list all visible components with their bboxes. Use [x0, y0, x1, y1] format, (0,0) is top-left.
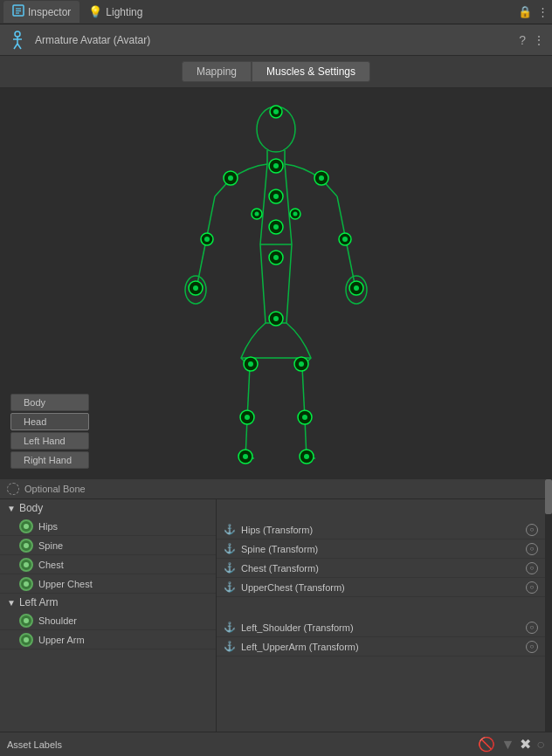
- svg-point-37: [193, 285, 198, 291]
- upper-arm-bone-icon: [19, 633, 33, 647]
- spine-bone-icon: [19, 539, 33, 553]
- svg-point-29: [228, 175, 233, 181]
- hips-bone-icon: [19, 519, 33, 533]
- upper-arm-bone-label: Upper Arm: [38, 635, 85, 645]
- footer-icons: 🚫 ▼ ✖ ○: [478, 736, 545, 753]
- spine-bone-row[interactable]: Spine: [0, 536, 216, 555]
- spine-bone-label: Spine: [38, 540, 63, 551]
- svg-point-53: [245, 415, 250, 420]
- svg-line-7: [14, 44, 17, 49]
- svg-point-57: [243, 454, 248, 459]
- scrollbar-track: [545, 499, 552, 754]
- inspector-icon: [12, 4, 24, 19]
- svg-line-8: [17, 44, 21, 49]
- bone-name-list: ▼ Body Hips Spine Chest Upper Ches: [0, 499, 217, 754]
- bone-list-panel: ▼ Body Hips Spine Chest Upper Ches: [0, 499, 552, 754]
- upper-arm-transform-btn[interactable]: [526, 641, 538, 653]
- tab-inspector[interactable]: Inspector: [3, 1, 79, 23]
- chest-bone-row[interactable]: Chest: [0, 555, 216, 574]
- chest-transform-btn[interactable]: [526, 562, 538, 574]
- svg-point-31: [319, 175, 324, 181]
- chest-transform-row: ⚓ Chest (Transform): [217, 559, 545, 578]
- svg-point-27: [273, 163, 279, 168]
- asset-labels-label: Asset Labels: [7, 739, 478, 750]
- upper-chest-bone-label: Upper Chest: [38, 579, 93, 589]
- head-button[interactable]: Head: [10, 413, 89, 430]
- svg-point-63: [293, 212, 298, 216]
- component-title: Armature Avatar (Avatar): [35, 34, 519, 46]
- svg-point-43: [273, 224, 279, 230]
- svg-point-55: [302, 415, 307, 420]
- body-header-spacer: [217, 499, 545, 520]
- body-button[interactable]: Body: [10, 394, 89, 411]
- body-buttons: Body Head Left Hand Right Hand: [10, 394, 89, 469]
- hips-transform-btn[interactable]: [526, 524, 538, 536]
- left-arm-section-label: Left Arm: [19, 596, 59, 608]
- asset-labels-footer: Asset Labels 🚫 ▼ ✖ ○: [0, 732, 552, 756]
- hips-transform-row: ⚓ Hips (Transform): [217, 520, 545, 540]
- svg-point-41: [273, 194, 279, 199]
- transform-list: ⚓ Hips (Transform) ⚓ Spine (Transform) ⚓…: [217, 499, 552, 754]
- shoulder-transform-row: ⚓ Left_Shoulder (Transform): [217, 618, 545, 637]
- shoulder-transform-icon: ⚓: [224, 622, 236, 633]
- left-arm-collapse-arrow: ▼: [7, 598, 16, 608]
- hips-bone-row[interactable]: Hips: [0, 517, 216, 536]
- more-options-icon[interactable]: ⋮: [537, 5, 549, 18]
- chest-bone-label: Chest: [38, 560, 64, 570]
- left-hand-button[interactable]: Left Hand: [10, 432, 89, 450]
- hips-transform-icon: ⚓: [224, 524, 236, 535]
- upper-arm-bone-row[interactable]: Upper Arm: [0, 630, 216, 649]
- svg-point-59: [304, 454, 309, 459]
- left-arm-section: ▼ Left Arm Shoulder Upper Arm: [0, 594, 216, 649]
- hips-transform-label: Hips (Transform): [241, 525, 521, 535]
- component-header: Armature Avatar (Avatar) ? ⋮: [0, 24, 552, 56]
- chest-transform-label: Chest (Transform): [241, 563, 521, 574]
- shoulder-bone-label: Shoulder: [38, 615, 77, 626]
- no-entry-icon[interactable]: 🚫: [478, 736, 495, 753]
- chest-transform-icon: ⚓: [224, 562, 236, 574]
- svg-point-25: [273, 109, 279, 114]
- spine-transform-btn[interactable]: [526, 543, 538, 555]
- bottom-panel: Optional Bone ▼ Body Hips Spine: [0, 479, 552, 756]
- left-arm-section-header[interactable]: ▼ Left Arm: [0, 594, 216, 611]
- avatar-viewport: Body Head Left Hand Right Hand: [0, 88, 552, 479]
- close-footer-icon[interactable]: ✖: [520, 736, 531, 753]
- svg-point-49: [248, 361, 253, 367]
- upper-chest-bone-row[interactable]: Upper Chest: [0, 574, 216, 594]
- lock-icon[interactable]: 🔒: [518, 5, 532, 18]
- layers-icon[interactable]: ▼: [500, 737, 514, 753]
- svg-line-14: [197, 240, 206, 284]
- svg-point-47: [273, 316, 279, 321]
- shoulder-bone-row[interactable]: Shoulder: [0, 611, 216, 630]
- spine-transform-icon: ⚓: [224, 543, 236, 554]
- right-hand-button[interactable]: Right Hand: [10, 451, 89, 469]
- svg-point-45: [273, 255, 279, 260]
- left-arm-header-spacer: [217, 597, 545, 618]
- upper-chest-transform-btn[interactable]: [526, 581, 538, 594]
- optional-bone-header: Optional Bone: [0, 479, 552, 499]
- upper-chest-transform-icon: ⚓: [224, 581, 236, 593]
- tab-mapping[interactable]: Mapping: [182, 61, 252, 82]
- tab-lighting[interactable]: 💡 Lighting: [79, 2, 151, 22]
- upper-chest-transform-row: ⚓ UpperChest (Transform): [217, 578, 545, 597]
- optional-bone-label: Optional Bone: [24, 484, 86, 494]
- tab-muscles-settings[interactable]: Muscles & Settings: [252, 61, 370, 82]
- upper-arm-transform-icon: ⚓: [224, 641, 236, 652]
- upper-arm-transform-row: ⚓ Left_UpperArm (Transform): [217, 637, 545, 656]
- upper-chest-bone-icon: [19, 577, 33, 591]
- spine-transform-label: Spine (Transform): [241, 544, 521, 554]
- tab-bar-right: 🔒 ⋮: [518, 5, 549, 18]
- spine-transform-row: ⚓ Spine (Transform): [217, 540, 545, 559]
- svg-point-4: [15, 31, 20, 37]
- optional-bone-icon: [7, 483, 19, 495]
- shoulder-transform-btn[interactable]: [526, 622, 538, 634]
- mapping-tabs: Mapping Muscles & Settings: [0, 56, 552, 88]
- component-menu-icon[interactable]: ⋮: [533, 33, 545, 47]
- scrollbar-thumb[interactable]: [545, 499, 552, 514]
- hips-bone-label: Hips: [38, 521, 58, 532]
- body-section-header[interactable]: ▼ Body: [0, 499, 216, 517]
- help-icon[interactable]: ?: [519, 33, 526, 47]
- body-collapse-arrow: ▼: [7, 504, 16, 513]
- tab-lighting-label: Lighting: [106, 6, 142, 18]
- circle-footer-icon[interactable]: ○: [536, 737, 545, 753]
